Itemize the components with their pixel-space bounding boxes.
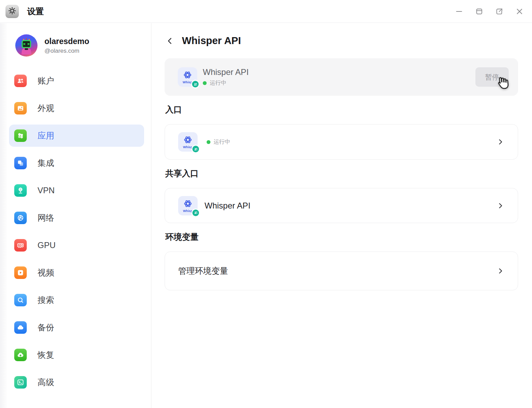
openai-knot-icon xyxy=(183,199,193,209)
cloud-icon xyxy=(14,321,27,334)
shared-users-badge-icon xyxy=(191,209,200,217)
manage-env-vars-row[interactable]: 管理环境变量 xyxy=(165,252,518,290)
sidebar-item-label: GPU xyxy=(38,240,56,250)
whisper-app-icon: Whisp xyxy=(178,132,198,152)
sidebar-item-integration[interactable]: 集成 xyxy=(9,152,144,174)
sidebar-item-search[interactable]: 搜索 xyxy=(9,289,144,311)
window-controls xyxy=(455,7,524,16)
openai-knot-icon xyxy=(183,135,193,145)
sidebar-item-advanced[interactable]: 高级 xyxy=(9,371,144,393)
openai-knot-icon xyxy=(182,70,193,80)
sidebar-item-backup[interactable]: 备份 xyxy=(9,316,144,339)
close-button[interactable] xyxy=(515,7,524,16)
apps-clover-icon xyxy=(14,129,27,142)
entrance-row[interactable]: Whisp 运行中 xyxy=(165,124,518,160)
page-header: Whisper API xyxy=(165,35,518,46)
section-heading-entrance: 入口 xyxy=(165,104,518,115)
entrance-status: 运行中 xyxy=(207,138,230,146)
app-summary-text: Whisper API 运行中 xyxy=(203,67,249,87)
settings-app-logo xyxy=(6,5,19,18)
users-icon xyxy=(14,75,27,87)
sidebar-item-label: 备份 xyxy=(38,322,54,333)
profile-text: olaresdemo @olares.com xyxy=(44,37,89,54)
gpu-card-icon xyxy=(14,239,27,252)
manage-env-vars-label: 管理环境变量 xyxy=(178,265,228,277)
app-name: Whisper API xyxy=(203,67,249,77)
status-dot-icon xyxy=(203,81,207,85)
sidebar-item-gpu[interactable]: GPU xyxy=(9,234,144,256)
search-icon xyxy=(14,294,27,306)
chevron-right-icon xyxy=(496,138,505,146)
sidebar-item-applications[interactable]: 应用 xyxy=(9,125,144,147)
sidebar-item-label: 恢复 xyxy=(38,349,54,360)
status-dot-icon xyxy=(207,140,210,144)
whisper-app-icon: Whisp xyxy=(178,196,198,215)
pause-button[interactable]: 暂停 xyxy=(475,67,509,87)
restore-window-icon xyxy=(475,7,483,16)
sidebar-item-label: 应用 xyxy=(38,130,54,141)
sidebar-item-label: 搜索 xyxy=(38,295,54,306)
chevron-right-icon xyxy=(496,202,505,210)
sidebar-item-label: 账户 xyxy=(38,75,54,86)
sidebar-item-label: VPN xyxy=(38,186,55,195)
main-content: Whisper API Whisp Whisper API 运行中 暂停 入口 … xyxy=(152,23,532,408)
sidebar-item-restore[interactable]: 恢复 xyxy=(9,344,144,366)
blocks-icon xyxy=(14,157,27,169)
sidebar-nav: 账户 外观 应用 集成 VPN xyxy=(0,70,151,393)
sidebar-item-label: 网络 xyxy=(38,212,54,223)
globe-icon xyxy=(14,212,27,224)
app-summary-card: Whisp Whisper API 运行中 暂停 xyxy=(165,58,518,96)
window-title: 设置 xyxy=(27,6,44,17)
terminal-icon xyxy=(14,376,27,389)
sidebar-item-video[interactable]: 视频 xyxy=(9,262,144,284)
sidebar: olaresdemo @olares.com 账户 外观 应用 xyxy=(0,23,151,408)
shared-users-badge-icon xyxy=(191,145,200,153)
app-status: 运行中 xyxy=(203,79,249,87)
chevron-left-icon xyxy=(165,36,174,45)
sidebar-item-account[interactable]: 账户 xyxy=(9,70,144,92)
sidebar-item-network[interactable]: 网络 xyxy=(9,207,144,229)
profile-name: olaresdemo xyxy=(44,37,89,46)
cloud-restore-icon xyxy=(14,349,27,361)
shared-users-badge-icon xyxy=(191,80,200,88)
sidebar-item-appearance[interactable]: 外观 xyxy=(9,97,144,119)
sidebar-item-label: 高级 xyxy=(38,377,54,388)
avatar xyxy=(15,34,38,57)
gear-icon xyxy=(8,6,17,17)
globe-node-icon xyxy=(14,184,27,197)
status-text: 运行中 xyxy=(210,79,226,87)
sidebar-item-label: 外观 xyxy=(38,103,54,114)
whisper-app-icon: Whisp xyxy=(178,67,197,87)
sidebar-item-vpn[interactable]: VPN xyxy=(9,179,144,202)
restore-window-button[interactable] xyxy=(475,7,483,16)
open-external-icon xyxy=(495,7,504,16)
minimize-button[interactable] xyxy=(455,7,463,16)
sidebar-item-label: 集成 xyxy=(38,158,54,169)
shared-entrance-name: Whisper API xyxy=(205,201,250,211)
chevron-right-icon xyxy=(496,267,505,275)
video-play-icon xyxy=(14,266,27,279)
profile-domain: @olares.com xyxy=(44,48,89,54)
titlebar: 设置 xyxy=(0,0,532,23)
sidebar-item-label: 视频 xyxy=(38,267,54,278)
user-profile: olaresdemo @olares.com xyxy=(15,34,151,57)
section-heading-shared-entrance: 共享入口 xyxy=(165,168,518,179)
close-icon xyxy=(515,7,524,16)
section-heading-env-vars: 环境变量 xyxy=(165,231,518,243)
open-external-button[interactable] xyxy=(495,7,504,16)
image-icon xyxy=(14,102,27,114)
shared-entrance-row[interactable]: Whisp Whisper API xyxy=(165,188,518,223)
minimize-icon xyxy=(455,7,463,16)
back-button[interactable] xyxy=(165,36,174,45)
status-text: 运行中 xyxy=(214,138,230,146)
page-title: Whisper API xyxy=(182,35,241,46)
